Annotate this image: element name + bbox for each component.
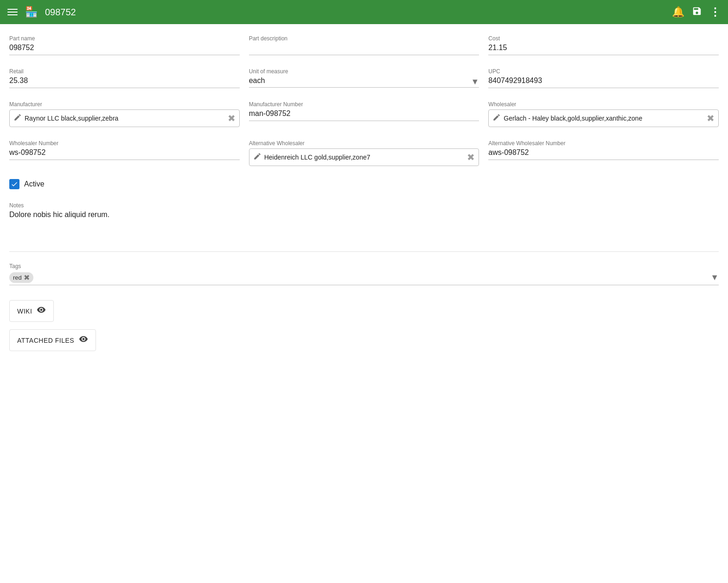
- unit-of-measure-wrapper: each case box pair set ▼: [249, 77, 479, 88]
- alt-wholesaler-clear-icon[interactable]: ✖: [467, 152, 475, 163]
- part-description-label: Part description: [249, 35, 479, 42]
- unit-dropdown-arrow: ▼: [471, 77, 479, 87]
- manufacturer-number-label: Manufacturer Number: [249, 101, 479, 108]
- alt-wholesaler-field: Heidenreich LLC gold,supplier,zone7 ✖: [249, 148, 479, 166]
- menu-button[interactable]: [7, 9, 18, 15]
- notes-label: Notes: [9, 202, 719, 209]
- row-2: Retail Unit of measure each case box pai…: [9, 68, 719, 88]
- notes-value[interactable]: Dolore nobis hic aliquid rerum.: [9, 211, 719, 238]
- active-checkbox[interactable]: [9, 179, 19, 189]
- wiki-eye-icon: [37, 305, 46, 317]
- tag-chip-red: red ✖: [9, 272, 33, 283]
- store-icon: 🏪: [25, 6, 38, 18]
- wiki-label: WIKI: [17, 308, 32, 315]
- alt-wholesaler-number-input[interactable]: [488, 148, 719, 160]
- upc-field: UPC: [488, 68, 719, 88]
- cost-label: Cost: [488, 35, 719, 42]
- upc-input[interactable]: [488, 77, 719, 88]
- tags-dropdown-arrow[interactable]: ▼: [710, 273, 719, 282]
- wholesaler-number-field: Wholesaler Number: [9, 140, 240, 166]
- alt-wholesaler-number-label: Alternative Wholesaler Number: [488, 140, 719, 147]
- alt-wholesaler-label: Alternative Wholesaler: [249, 140, 479, 147]
- tag-label: red: [13, 274, 22, 281]
- manufacturer-field: Raynor LLC black,supplier,zebra ✖: [9, 109, 240, 127]
- manufacturer-clear-icon[interactable]: ✖: [228, 113, 236, 124]
- notification-icon[interactable]: 🔔: [672, 6, 684, 18]
- save-icon[interactable]: [692, 6, 702, 19]
- tags-input-row[interactable]: red ✖ ▼: [9, 272, 719, 285]
- manufacturer-wrapper: Manufacturer Raynor LLC black,supplier,z…: [9, 101, 240, 127]
- main-content: Part name Part description Cost Retail U…: [0, 24, 728, 370]
- part-description-field: Part description: [249, 35, 479, 55]
- active-row: Active: [9, 179, 719, 189]
- cost-input[interactable]: [488, 44, 719, 55]
- manufacturer-edit-icon[interactable]: [13, 113, 22, 124]
- alt-wholesaler-value: Heidenreich LLC gold,supplier,zone7: [264, 154, 465, 161]
- unit-of-measure-select[interactable]: each case box pair set: [249, 77, 471, 87]
- part-description-input[interactable]: [249, 44, 479, 55]
- wiki-button[interactable]: WIKI: [9, 300, 54, 322]
- page-title: 098752: [45, 7, 664, 18]
- cost-field: Cost: [488, 35, 719, 55]
- tag-clear-icon[interactable]: ✖: [24, 273, 30, 282]
- wholesaler-field: Gerlach - Haley black,gold,supplier,xant…: [488, 109, 719, 127]
- tags-label: Tags: [9, 263, 719, 269]
- wholesaler-wrapper: Wholesaler Gerlach - Haley black,gold,su…: [488, 101, 719, 127]
- wholesaler-clear-icon[interactable]: ✖: [707, 113, 715, 124]
- attached-files-eye-icon: [79, 334, 88, 346]
- row-3: Manufacturer Raynor LLC black,supplier,z…: [9, 101, 719, 127]
- attached-files-label: ATTACHED FILES: [17, 337, 74, 344]
- wholesaler-label: Wholesaler: [488, 101, 719, 108]
- upc-label: UPC: [488, 68, 719, 75]
- manufacturer-label: Manufacturer: [9, 101, 240, 108]
- retail-input[interactable]: [9, 77, 240, 88]
- tags-section: Tags red ✖ ▼: [9, 263, 719, 285]
- part-name-input[interactable]: [9, 44, 240, 55]
- notes-section: Notes Dolore nobis hic aliquid rerum.: [9, 202, 719, 238]
- unit-of-measure-label: Unit of measure: [249, 68, 479, 75]
- row-4: Wholesaler Number Alternative Wholesaler…: [9, 140, 719, 166]
- alt-wholesaler-number-field: Alternative Wholesaler Number: [488, 140, 719, 166]
- section-divider: [9, 251, 719, 252]
- attached-files-button[interactable]: ATTACHED FILES: [9, 329, 96, 351]
- retail-label: Retail: [9, 68, 240, 75]
- unit-of-measure-field: Unit of measure each case box pair set ▼: [249, 68, 479, 88]
- alt-wholesaler-wrapper: Alternative Wholesaler Heidenreich LLC g…: [249, 140, 479, 166]
- topbar: 🏪 098752 🔔 ⋮: [0, 0, 728, 24]
- active-label: Active: [24, 180, 45, 188]
- manufacturer-value: Raynor LLC black,supplier,zebra: [25, 115, 225, 122]
- row-1: Part name Part description Cost: [9, 35, 719, 55]
- wholesaler-number-input[interactable]: [9, 148, 240, 160]
- wholesaler-edit-icon[interactable]: [492, 113, 501, 124]
- part-name-label: Part name: [9, 35, 240, 42]
- part-name-field: Part name: [9, 35, 240, 55]
- manufacturer-number-input[interactable]: [249, 109, 479, 121]
- retail-field: Retail: [9, 68, 240, 88]
- alt-wholesaler-edit-icon[interactable]: [253, 152, 262, 163]
- more-options-icon[interactable]: ⋮: [709, 6, 721, 19]
- manufacturer-number-field: Manufacturer Number: [249, 101, 479, 127]
- wholesaler-number-label: Wholesaler Number: [9, 140, 240, 147]
- wholesaler-value: Gerlach - Haley black,gold,supplier,xant…: [504, 115, 704, 122]
